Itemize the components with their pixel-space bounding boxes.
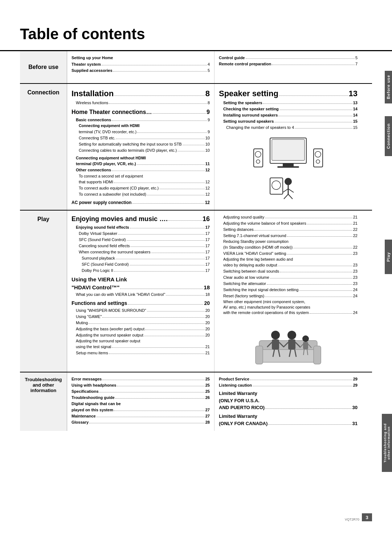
side-tab-before-use: Before use <box>385 71 392 103</box>
play-content: Enjoying movies and music …. 16 Enjoying… <box>67 211 362 372</box>
product-service-label: Product Service <box>219 376 249 382</box>
only-canada-label: (ONLY FOR CANADA) <box>219 420 268 427</box>
remote-label: Remote control preparation <box>219 61 271 67</box>
checking-label: Checking the speaker setting <box>223 106 279 112</box>
listening-entry: Listening caution 29 <box>219 382 358 388</box>
setting-71-num: 22 <box>353 233 358 239</box>
muting-num: 20 <box>205 320 210 326</box>
subwoofer-num: 12 <box>205 191 210 197</box>
checking-entry: Checking the speaker setting 14 <box>219 106 358 112</box>
setting-71-label: Setting 7.1-channel virtual surround <box>223 233 286 239</box>
supplied-label: Supplied accessories <box>72 68 113 74</box>
clear-audio-label: Clear audio at low volume <box>223 274 269 281</box>
adj-time-label: Adjusting the time lag between audio and <box>219 257 358 262</box>
viera-heading: Using the VIERA Link <box>72 276 210 283</box>
adj-time-sub-label: video by delaying audio output <box>223 262 277 268</box>
muting-label: Muting <box>76 320 88 326</box>
when-other-label1: When other equipment (mini component sys… <box>219 299 358 305</box>
page-number: 3 <box>362 513 372 521</box>
svg-rect-2 <box>283 163 294 166</box>
cable-audio-entry: Connecting cables to audio terminals (DV… <box>72 147 210 154</box>
canada-warranty-entry: (ONLY FOR CANADA) 31 <box>219 420 358 427</box>
svg-point-10 <box>285 178 292 185</box>
svg-line-14 <box>284 194 288 199</box>
when-other-num: 24 <box>353 310 358 316</box>
hdmi-terminal-num: 9 <box>208 129 210 135</box>
adj-vol-entry: Adjusting the volume balance of front sp… <box>219 220 358 227</box>
speaker-setting-title: Speaker setting <box>219 87 278 100</box>
svg-point-6 <box>256 160 260 163</box>
when-other-label2: AV amp, etc.) manufactured by Panasonic … <box>219 305 358 310</box>
before-use-label: Before use <box>28 64 58 70</box>
subwoofer-label: To connect a subwoofer (not included) <box>79 191 146 197</box>
speaker-setting-num: 13 <box>349 87 358 100</box>
before-use-col1: Setting up your Home Theater system 4 Su… <box>67 51 215 83</box>
glossary-num: 28 <box>205 419 210 425</box>
installation-num: 8 <box>205 87 210 100</box>
bass-num: 20 <box>205 326 210 332</box>
hdavi-num: 18 <box>204 283 210 292</box>
auto-switch-label: Setting for automatically switching the … <box>79 141 182 147</box>
headphones-entry: Using with headphones 25 <box>72 382 210 388</box>
svg-line-12 <box>283 189 288 192</box>
dolby-virtual-num: 17 <box>205 231 210 237</box>
setting-speakers-label: Setting the speakers <box>223 100 262 106</box>
basic-conn-entry: Basic connections 9 <box>72 117 210 123</box>
theater-label: Theater system <box>72 61 101 68</box>
family-illustration <box>219 319 358 368</box>
limited-warranty2-label: Limited Warranty <box>219 413 358 420</box>
specs-label: Specifications <box>72 388 99 395</box>
specs-entry: Specifications 25 <box>72 388 210 395</box>
hdavi-what-entry: What you can do with VIERA Link "HDAVI C… <box>72 292 210 298</box>
adj-time-entry: video by delaying audio output 23 <box>219 262 358 268</box>
whisper-entry: Using "WHISPER-MODE SURROUND" 20 <box>72 307 210 314</box>
viera-hdavi-label: VIERA Link "HDAVI Control" setting <box>223 250 286 257</box>
functions-num: 20 <box>204 299 210 307</box>
reset-label: Reset (factory settings) <box>223 293 264 299</box>
setting-dist-label: Setting distances <box>223 227 254 233</box>
maintenance-num: 27 <box>205 413 210 419</box>
remote-num: 7 <box>355 61 358 67</box>
svg-rect-35 <box>303 342 308 349</box>
muting-entry: Muting 20 <box>72 320 210 326</box>
error-entry: Error messages 25 <box>72 376 210 382</box>
listening-label: Listening caution <box>219 382 252 388</box>
ac-power-num: 12 <box>205 199 210 206</box>
side-tab-troubleshooting: Troubleshooting andother information <box>382 414 392 472</box>
hdavi-what-num: 18 <box>205 292 210 298</box>
remote-dots <box>272 65 355 65</box>
digital-label-line1: Digital signals that can be <box>72 401 210 407</box>
no-hdmi-terminal-entry: terminal (DVD player, VCR, etc.) 11 <box>72 161 210 167</box>
enjoying-sound-label: Enjoying sound field effects <box>76 224 129 231</box>
canceling-label: Canceling sound field effects <box>79 243 130 249</box>
dolby-pro-entry: Dolby Pro Logic II 17 <box>72 268 210 274</box>
second-hdmi-num: 12 <box>205 179 210 185</box>
attenuator-label: Switching the attenuator <box>223 281 266 287</box>
audio-equip-num: 12 <box>205 185 210 191</box>
functions-title: Functions and settings <box>72 299 127 307</box>
speaker-svg <box>248 134 328 200</box>
enjoying-title: Enjoying movies and music …. <box>72 214 168 224</box>
play-label: Play <box>37 216 49 223</box>
game-num: 20 <box>205 314 210 320</box>
home-theater-num: 9 <box>207 108 210 117</box>
whisper-label: Using "WHISPER-MODE SURROUND" <box>76 307 146 314</box>
play-row: Play Enjoying movies and music …. 16 Enj… <box>20 211 372 372</box>
enjoying-sound-entry: Enjoying sound field effects 17 <box>72 224 210 231</box>
sfc1-label: SFC (Sound Field Control) <box>79 237 126 243</box>
subwoofer-entry: To connect a subwoofer (not included) 12 <box>72 191 210 197</box>
connection-right-col: Speaker setting 13 Setting the speakers … <box>215 84 362 210</box>
digital-entry: played on this system 27 <box>72 407 210 413</box>
svg-rect-21 <box>314 346 321 364</box>
attenuator-entry: Switching the attenuator 23 <box>219 281 358 287</box>
wireless-num: 8 <box>208 100 210 106</box>
reducing-label: Reducing Standby power consumption <box>219 239 358 244</box>
canada-num: 31 <box>352 420 358 427</box>
clear-audio-entry: Clear audio at low volume 23 <box>219 274 358 281</box>
sfc1-entry: SFC (Sound Field Control) 17 <box>72 237 210 243</box>
setting-dist-entry: Setting distances 22 <box>219 227 358 233</box>
second-hdmi-label: that supports HDMI <box>79 179 113 185</box>
input-detect-num: 24 <box>353 287 358 293</box>
input-detect-label: Switching the input signal detection set… <box>223 287 298 293</box>
functions-entry: Functions and settings 20 <box>72 299 210 307</box>
